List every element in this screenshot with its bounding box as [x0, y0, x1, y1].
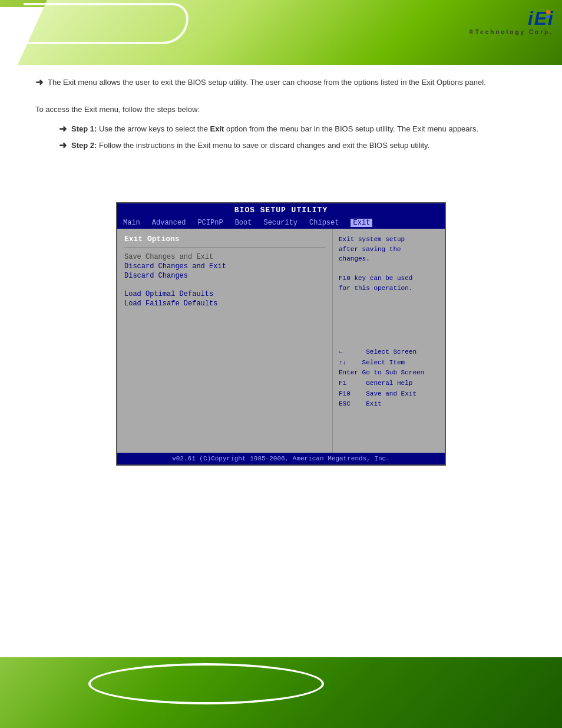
key-f10: F10 Save and Exit — [339, 389, 439, 400]
menu-main[interactable]: Main — [123, 219, 140, 227]
key-enter: Enter Go to Sub Screen — [339, 368, 439, 378]
bios-left-panel: Exit Options Save Changes and Exit Disca… — [117, 229, 333, 453]
bios-title-bar: BIOS SETUP UTILITY — [117, 203, 445, 217]
arrow-bullet-1: ➜ — [35, 77, 43, 88]
logo-dots — [546, 10, 550, 18]
key-item: ↑↓ Select Item — [339, 358, 439, 368]
logo-e: E — [534, 8, 547, 29]
bios-menu-bar: Main Advanced PCIPnP Boot Security Chips… — [117, 217, 445, 229]
white-swoosh — [24, 3, 189, 44]
menu-chipset[interactable]: Chipset — [309, 219, 339, 227]
key-screen: ← Select Screen — [339, 347, 439, 358]
key-f1: F1 General Help — [339, 378, 439, 389]
key-esc: ESC Exit — [339, 399, 439, 410]
step2-line: ➜ Step 2: Follow the instructions in the… — [59, 140, 527, 152]
main-content: ➜ The Exit menu allows the user to exit … — [0, 65, 562, 657]
bios-help-text: Exit system setup after saving the chang… — [339, 235, 439, 293]
logo-tagline: ®Technology Corp. — [469, 29, 553, 35]
logo-letters: i E i — [528, 9, 553, 28]
bios-footer: v02.61 (C)Copyright 1985-2006, American … — [117, 453, 445, 465]
steps-container: ➜ Step 1: Use the arrow keys to select t… — [35, 123, 527, 153]
bios-body: Exit Options Save Changes and Exit Disca… — [117, 229, 445, 453]
dot-orange — [546, 10, 550, 14]
arrow-bullet-3: ➜ — [59, 140, 67, 151]
menu-advanced[interactable]: Advanced — [152, 219, 186, 227]
bios-title: BIOS SETUP UTILITY — [234, 206, 328, 215]
option-save-exit[interactable]: Save Changes and Exit — [124, 252, 325, 262]
top-banner: i E i ®Technology Corp. — [0, 0, 562, 65]
bios-screenshot: BIOS SETUP UTILITY Main Advanced PCIPnP … — [116, 202, 446, 466]
arrow-bullet-2: ➜ — [59, 123, 67, 134]
intro-text: The Exit menu allows the user to exit th… — [48, 77, 486, 89]
steps-intro: To access the Exit menu, follow the step… — [35, 104, 527, 116]
option-load-failsafe[interactable]: Load Failsafe Defaults — [124, 299, 325, 308]
bottom-curve — [88, 663, 324, 704]
bios-keys-section: ← Select Screen ↑↓ Select Item Enter Go … — [339, 300, 439, 410]
logo-e-wrapper: E — [534, 9, 547, 28]
iei-logo: i E i ®Technology Corp. — [469, 9, 553, 35]
menu-pcipnp[interactable]: PCIPnP — [197, 219, 223, 227]
logo-i: i — [528, 9, 533, 28]
option-discard[interactable]: Discard Changes — [124, 271, 325, 281]
menu-boot[interactable]: Boot — [235, 219, 252, 227]
option-load-optimal[interactable]: Load Optimal Defaults — [124, 289, 325, 299]
dot-blue — [546, 15, 549, 18]
intro-paragraph: ➜ The Exit menu allows the user to exit … — [35, 77, 527, 89]
step1-text: Step 1: Use the arrow keys to select the… — [71, 123, 478, 136]
bottom-banner — [0, 657, 562, 728]
step1-line: ➜ Step 1: Use the arrow keys to select t… — [59, 123, 527, 136]
bios-section-title: Exit Options — [124, 235, 325, 243]
option-discard-exit[interactable]: Discard Changes and Exit — [124, 262, 325, 271]
menu-security[interactable]: Security — [263, 219, 297, 227]
step2-text: Step 2: Follow the instructions in the E… — [71, 140, 429, 152]
menu-exit[interactable]: Exit — [351, 219, 372, 227]
bios-right-panel: Exit system setup after saving the chang… — [333, 229, 445, 453]
